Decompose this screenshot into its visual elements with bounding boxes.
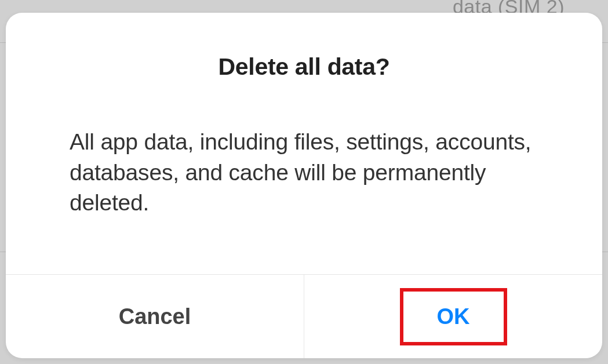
dialog-button-row: Cancel OK (6, 274, 602, 358)
ok-button-label: OK (437, 304, 470, 329)
ok-highlight-box: OK (400, 288, 507, 345)
confirmation-dialog: Delete all data? All app data, including… (6, 13, 602, 358)
cancel-button[interactable]: Cancel (6, 275, 304, 358)
ok-button[interactable]: OK (304, 275, 602, 358)
dialog-title: Delete all data? (70, 53, 538, 81)
dialog-content: Delete all data? All app data, including… (6, 13, 602, 274)
dialog-message: All app data, including files, settings,… (70, 127, 538, 219)
